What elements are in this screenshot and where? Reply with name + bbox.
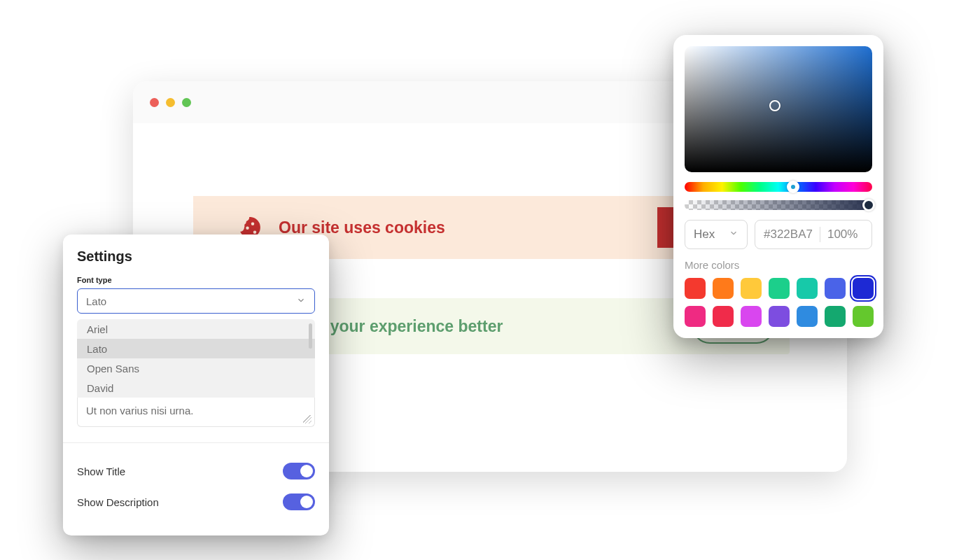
preview-textarea[interactable]: Ut non varius nisi urna. bbox=[77, 398, 315, 427]
saturation-cursor[interactable] bbox=[769, 100, 780, 111]
color-format-select[interactable]: Hex bbox=[685, 220, 748, 249]
color-swatch[interactable] bbox=[769, 306, 790, 327]
color-swatch[interactable] bbox=[825, 306, 846, 327]
alpha-slider[interactable] bbox=[685, 200, 872, 210]
color-swatch[interactable] bbox=[769, 278, 790, 299]
color-swatch[interactable] bbox=[797, 306, 818, 327]
scrollbar-thumb[interactable] bbox=[309, 323, 312, 349]
font-dropdown-list: Ariel Lato Open Sans David bbox=[77, 319, 315, 398]
color-swatch[interactable] bbox=[797, 278, 818, 299]
toggle-label: Show Description bbox=[77, 496, 159, 508]
window-close-button[interactable] bbox=[150, 98, 159, 107]
font-option[interactable]: Lato bbox=[77, 339, 315, 358]
color-swatch[interactable] bbox=[825, 278, 846, 299]
font-type-label: Font type bbox=[77, 276, 315, 284]
font-option[interactable]: Ariel bbox=[77, 319, 315, 339]
settings-panel: Settings Font type Lato Ariel Lato Open … bbox=[63, 234, 329, 536]
color-swatch[interactable] bbox=[685, 278, 706, 299]
window-zoom-button[interactable] bbox=[182, 98, 191, 107]
hue-slider[interactable] bbox=[685, 182, 872, 192]
color-picker-panel: Hex #322BA7 100% More colors bbox=[673, 35, 883, 338]
color-swatch[interactable] bbox=[741, 306, 762, 327]
color-swatch[interactable] bbox=[853, 306, 874, 327]
window-minimize-button[interactable] bbox=[166, 98, 175, 107]
font-option[interactable]: David bbox=[77, 378, 315, 398]
color-swatch[interactable] bbox=[713, 306, 734, 327]
alpha-thumb[interactable] bbox=[862, 199, 875, 211]
saturation-field[interactable] bbox=[685, 46, 872, 172]
show-title-toggle[interactable] bbox=[283, 463, 315, 479]
color-swatch[interactable] bbox=[713, 278, 734, 299]
toggle-label: Show Title bbox=[77, 465, 125, 477]
chevron-down-icon bbox=[296, 295, 306, 307]
font-type-select[interactable]: Lato bbox=[77, 288, 315, 314]
hex-value: #322BA7 bbox=[764, 227, 813, 241]
preview-text: Ut non varius nisi urna. bbox=[86, 405, 193, 416]
settings-title: Settings bbox=[77, 248, 315, 265]
resize-handle-icon[interactable] bbox=[303, 415, 312, 424]
color-swatch[interactable] bbox=[853, 278, 874, 299]
toggle-row-show-description: Show Description bbox=[77, 486, 315, 517]
font-type-value: Lato bbox=[86, 295, 106, 307]
swatch-grid bbox=[685, 278, 872, 327]
color-format-value: Hex bbox=[694, 227, 715, 241]
chevron-down-icon bbox=[729, 227, 738, 241]
divider bbox=[63, 442, 329, 443]
show-description-toggle[interactable] bbox=[283, 493, 315, 510]
alpha-value: 100% bbox=[827, 227, 858, 241]
toggle-row-show-title: Show Title bbox=[77, 456, 315, 486]
font-option[interactable]: Open Sans bbox=[77, 358, 315, 378]
separator bbox=[820, 227, 820, 242]
color-swatch[interactable] bbox=[685, 306, 706, 327]
more-colors-label: More colors bbox=[685, 259, 872, 271]
hex-input[interactable]: #322BA7 100% bbox=[755, 220, 872, 249]
hue-thumb[interactable] bbox=[787, 181, 799, 193]
color-swatch[interactable] bbox=[741, 278, 762, 299]
